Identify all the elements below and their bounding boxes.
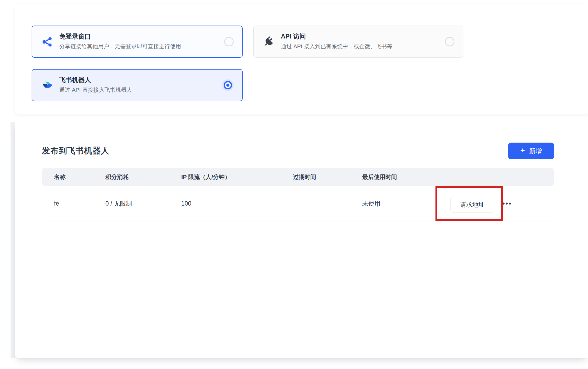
share-icon [41, 36, 53, 48]
header-name: 名称 [54, 168, 66, 186]
table-row: fe 0 / 无限制 100 - 未使用 请求地址 ••• [42, 186, 554, 221]
radio-ring [224, 81, 232, 89]
radio-dot [226, 84, 229, 87]
radio-login-free[interactable] [224, 37, 234, 46]
radio-api-access[interactable] [445, 37, 454, 46]
feishu-bot-publish-panel: 发布到飞书机器人 + 新增 名称 积分消耗 IP 限流（人/分钟） 过期时间 最… [15, 122, 588, 358]
cell-expire: - [293, 186, 295, 221]
option-description: 通过 API 接入到已有系统中，或企微、飞书等 [281, 42, 434, 50]
publish-options-panel: 免登录窗口 分享链接给其他用户，无需登录即可直接进行使用 API 访问 通过 [15, 4, 588, 114]
header-ip-limit: IP 限流（人/分钟） [181, 168, 231, 186]
option-card-api-access[interactable]: API 访问 通过 API 接入到已有系统中，或企微、飞书等 [253, 26, 463, 58]
option-card-login-free[interactable]: 免登录窗口 分享链接给其他用户，无需登录即可直接进行使用 [32, 26, 243, 58]
left-edge-strip [11, 122, 15, 358]
radio-feishu-bot-selected[interactable] [222, 79, 234, 91]
more-actions-button[interactable]: ••• [502, 186, 512, 221]
cell-points: 0 / 无限制 [105, 186, 132, 221]
cell-name: fe [54, 186, 59, 221]
feishu-icon [41, 79, 53, 92]
option-description: 分享链接给其他用户，无需登录即可直接进行使用 [59, 42, 213, 50]
option-title: 飞书机器人 [59, 75, 213, 84]
option-title: 免登录窗口 [59, 32, 213, 41]
option-card-texts: 免登录窗口 分享链接给其他用户，无需登录即可直接进行使用 [59, 32, 213, 50]
header-points: 积分消耗 [105, 168, 129, 186]
option-card-feishu-bot[interactable]: 飞书机器人 通过 API 直接接入飞书机器人 [32, 69, 243, 101]
add-button-label: 新增 [529, 147, 542, 155]
cell-ip-limit: 100 [181, 186, 191, 221]
option-description: 通过 API 直接接入飞书机器人 [59, 86, 213, 94]
header-last-used: 最后使用时间 [362, 168, 397, 186]
plus-icon: + [520, 147, 525, 154]
header-expire: 过期时间 [293, 168, 316, 186]
red-highlight-annotation [435, 186, 503, 221]
cell-last-used: 未使用 [362, 186, 380, 221]
table-header-row: 名称 积分消耗 IP 限流（人/分钟） 过期时间 最后使用时间 [42, 168, 554, 186]
page: 免登录窗口 分享链接给其他用户，无需登录即可直接进行使用 API 访问 通过 [0, 0, 588, 369]
option-title: API 访问 [281, 32, 434, 41]
section-title: 发布到飞书机器人 [42, 145, 109, 156]
add-button[interactable]: + 新增 [508, 143, 554, 159]
option-card-texts: 飞书机器人 通过 API 直接接入飞书机器人 [59, 75, 213, 94]
plug-icon [262, 36, 275, 48]
option-card-texts: API 访问 通过 API 接入到已有系统中，或企微、飞书等 [281, 32, 434, 50]
